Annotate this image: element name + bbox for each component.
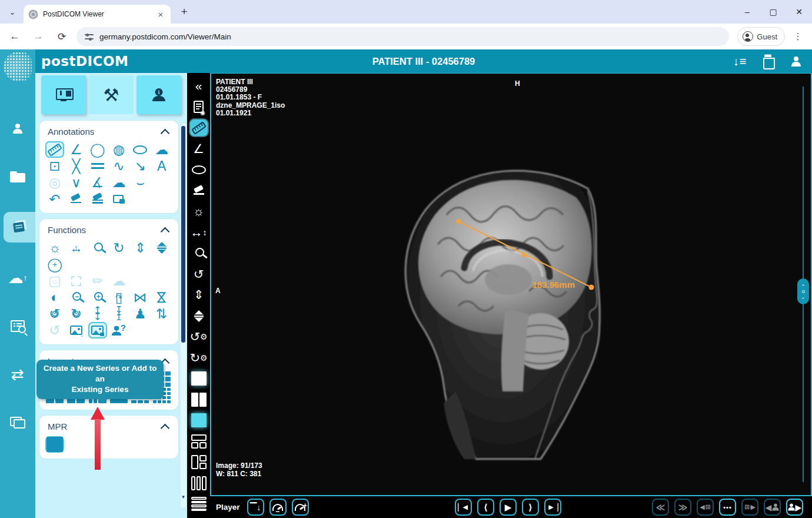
- collapse-chevron-icon[interactable]: [162, 227, 169, 234]
- stretch-vertical-icon[interactable]: ⇕: [131, 240, 149, 256]
- arrow-icon[interactable]: ↘: [131, 158, 149, 174]
- speed-down-button[interactable]: [269, 499, 287, 516]
- minimize-button[interactable]: –: [734, 0, 760, 24]
- rail-item-cloud-upload[interactable]: ☁↑: [2, 265, 33, 291]
- speed-up-button[interactable]: [292, 499, 309, 516]
- toolbar-scroll-stack[interactable]: [190, 308, 208, 324]
- new-series-icon[interactable]: [88, 322, 107, 338]
- crosshair-sync-icon[interactable]: ◯+: [45, 256, 64, 273]
- cobb-angle-icon[interactable]: ∡: [88, 174, 107, 191]
- toolbar-reset-rotation[interactable]: ↺⚙: [190, 328, 208, 345]
- circle-hatched-icon[interactable]: ◍: [109, 141, 128, 158]
- collapse-vertical-icon[interactable]: ↧↥: [109, 306, 128, 322]
- close-button[interactable]: ✕: [786, 0, 812, 24]
- play-button[interactable]: ▶: [500, 499, 517, 516]
- reference-point-icon[interactable]: ◎: [45, 174, 64, 191]
- toolbar-window-level[interactable]: ☼: [190, 203, 208, 220]
- guest-profile-button[interactable]: Guest: [737, 27, 785, 46]
- scroll-stack-icon[interactable]: [152, 240, 171, 256]
- magnify-icon[interactable]: [88, 240, 107, 256]
- next-study-grid-button[interactable]: ⊞▶: [741, 499, 758, 516]
- toolbar-layout-single-active[interactable]: [190, 370, 208, 387]
- next-series-set-button[interactable]: ≫: [674, 499, 691, 516]
- erase-all-icon[interactable]: [88, 191, 107, 207]
- panel-scrollbar-thumb[interactable]: [181, 126, 185, 343]
- maximize-button[interactable]: ▢: [760, 0, 786, 24]
- eraser-icon[interactable]: [66, 191, 85, 207]
- last-image-button[interactable]: ▶▕: [544, 499, 561, 516]
- toolbar-report-view[interactable]: [190, 99, 208, 115]
- previous-series-set-button[interactable]: ≪: [652, 499, 669, 516]
- save-annotations-icon[interactable]: [109, 191, 128, 207]
- panel-scroll-down-icon[interactable]: ▼: [181, 493, 186, 500]
- previous-patient-button[interactable]: ◀: [764, 499, 781, 516]
- select-region-icon[interactable]: [66, 273, 85, 289]
- panel-scrollbar[interactable]: [181, 124, 186, 507]
- expand-vertical-icon[interactable]: ↥↧: [88, 306, 107, 322]
- toolbar-stretch-vertical[interactable]: ⇕: [190, 287, 208, 303]
- browser-tab[interactable]: PostDICOM Viewer ×: [24, 5, 171, 24]
- rail-item-share-exchange[interactable]: ⇄: [2, 361, 33, 387]
- image-viewport[interactable]: 183.96mm PATIENT III0245678901.01.1853 -…: [210, 73, 812, 496]
- cross-lines-icon[interactable]: ╳: [66, 158, 85, 174]
- toolbar-layout-1left-2right[interactable]: [190, 454, 208, 470]
- browser-menu-icon[interactable]: ⋮: [791, 29, 805, 44]
- flip-page-icon[interactable]: ▯↷: [109, 289, 128, 306]
- rail-item-image-viewer[interactable]: [4, 212, 36, 243]
- toolbar-collapse-panel[interactable]: «: [190, 78, 208, 94]
- previous-image-button[interactable]: ⟨: [477, 499, 494, 516]
- reset-rotation-icon[interactable]: ↺⚙: [45, 306, 64, 322]
- window-level-region-icon[interactable]: ▢☼: [45, 273, 64, 289]
- polyline-icon[interactable]: ∿: [109, 158, 128, 174]
- reload-button[interactable]: ⟳: [53, 28, 71, 45]
- next-patient-button[interactable]: ▶: [786, 499, 803, 516]
- sync-scroll-icon[interactable]: ⇅: [152, 306, 171, 322]
- toolbar-layout-current[interactable]: [190, 412, 208, 429]
- rotate-icon[interactable]: ↻: [109, 240, 128, 256]
- new-tab-button[interactable]: +: [177, 4, 192, 19]
- back-button[interactable]: ←: [6, 28, 24, 45]
- first-image-button[interactable]: ▏◀: [455, 499, 472, 516]
- toolbar-pan[interactable]: ↔↕: [190, 224, 208, 241]
- toolbar-ellipse[interactable]: [190, 161, 208, 178]
- more-options-button[interactable]: •••: [719, 499, 736, 516]
- circle-icon[interactable]: ◯: [88, 141, 107, 158]
- bone-density-icon[interactable]: ✏: [88, 273, 107, 289]
- previous-study-grid-button[interactable]: ◀⊞: [697, 499, 714, 516]
- rail-item-remote-screens[interactable]: [2, 410, 33, 436]
- ruler-icon[interactable]: [45, 141, 64, 158]
- rail-item-worklist-search[interactable]: [2, 313, 33, 339]
- toolbar-rotate[interactable]: ↺: [190, 266, 208, 283]
- zoom-out-icon[interactable]: [66, 289, 85, 306]
- sort-series-icon[interactable]: ↓≡: [732, 54, 747, 69]
- toolbar-magnify[interactable]: [190, 245, 208, 261]
- forward-button[interactable]: →: [29, 28, 47, 45]
- mirror-horizontal-icon[interactable]: ⋈: [131, 289, 149, 306]
- undo-series-icon[interactable]: ↺: [45, 322, 64, 338]
- open-angle-icon[interactable]: ∨: [66, 174, 85, 191]
- export-image-icon[interactable]: [66, 322, 85, 338]
- assign-user-icon[interactable]: [109, 322, 128, 338]
- toolbar-ruler[interactable]: [190, 119, 208, 136]
- collapse-chevron-icon[interactable]: [162, 423, 169, 430]
- toolbar-layout-3col[interactable]: [190, 475, 208, 492]
- site-settings-icon[interactable]: [85, 33, 94, 40]
- mirror-vertical-icon[interactable]: ⋈: [152, 289, 171, 306]
- url-text[interactable]: germany.postdicom.com/Viewer/Main: [99, 32, 231, 41]
- image-scroll-handle[interactable]: ⌃ ⌃: [797, 278, 809, 304]
- mpr-view-icon[interactable]: [45, 436, 64, 453]
- parallel-lines-icon[interactable]: [88, 158, 107, 174]
- zoom-in-icon[interactable]: [88, 289, 107, 306]
- text-annotation-icon[interactable]: A: [152, 158, 171, 174]
- closed-region-icon[interactable]: ☁: [109, 174, 128, 191]
- patient-orientation-icon[interactable]: ♟: [131, 306, 149, 322]
- rect-roi-icon[interactable]: ⊡: [45, 158, 64, 174]
- toolbar-layout-1top-2bottom[interactable]: [190, 433, 208, 450]
- next-image-button[interactable]: ⟩: [522, 499, 539, 516]
- auto-rotation-icon[interactable]: ↻⚙: [66, 306, 85, 322]
- pan-icon[interactable]: ↔↕: [66, 240, 85, 256]
- toolbar-eraser[interactable]: [190, 182, 208, 199]
- tab-close-icon[interactable]: ×: [155, 9, 166, 19]
- account-icon[interactable]: [788, 54, 804, 69]
- window-level-icon[interactable]: ☼: [45, 240, 64, 256]
